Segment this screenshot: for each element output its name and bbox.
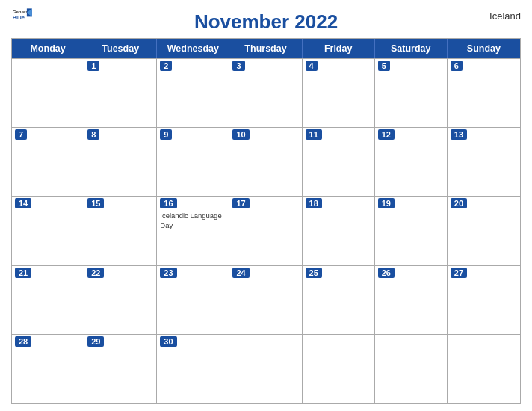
day-number: 7: [15, 129, 27, 140]
col-thursday: Thursday: [229, 39, 302, 58]
day-number: 15: [87, 198, 104, 208]
calendar-body: 12345678910111213141516Icelandic Languag…: [12, 58, 520, 403]
calendar-cell: 8: [84, 128, 157, 196]
day-number: 12: [378, 129, 395, 140]
calendar-header: General Blue November 2022 Iceland: [11, 7, 521, 34]
calendar-cell: 18: [303, 197, 375, 265]
day-number: 23: [160, 268, 176, 278]
day-number: 2: [160, 61, 172, 71]
day-number: 22: [87, 268, 104, 278]
calendar-cell: 9: [157, 128, 229, 196]
event-label: Icelandic Language Day: [160, 211, 226, 230]
day-number: 14: [15, 198, 31, 208]
day-number: 11: [306, 129, 322, 140]
calendar-cell: [448, 335, 520, 403]
calendar-cell: 2: [157, 59, 229, 127]
calendar-week-2: 78910111213: [12, 127, 520, 196]
day-number: 8: [87, 129, 99, 140]
calendar-cell: 14: [12, 197, 84, 265]
calendar-cell: 7: [12, 128, 84, 196]
day-number: 28: [15, 336, 31, 347]
calendar-cell: 28: [12, 335, 84, 403]
day-number: 27: [451, 268, 467, 278]
day-number: 21: [15, 268, 31, 278]
calendar-week-1: 123456: [12, 58, 520, 127]
col-tuesday: Tuesday: [84, 39, 157, 58]
calendar-cell: 12: [375, 128, 448, 196]
calendar-cell: 26: [375, 266, 448, 334]
calendar-cell: 15: [84, 197, 157, 265]
col-friday: Friday: [303, 39, 375, 58]
day-number: 24: [232, 268, 249, 278]
calendar-cell: 6: [448, 59, 520, 127]
col-wednesday: Wednesday: [157, 39, 229, 58]
day-number: 20: [451, 198, 467, 208]
day-number: 25: [306, 268, 322, 278]
calendar-cell: 17: [229, 197, 302, 265]
day-number: 6: [451, 61, 463, 71]
calendar-cell: 30: [157, 335, 229, 403]
calendar-cell: 3: [229, 59, 302, 127]
day-number: 18: [306, 198, 322, 208]
calendar-cell: 25: [303, 266, 375, 334]
day-number: 17: [232, 198, 249, 208]
day-number: 26: [378, 268, 395, 278]
calendar-cell: 21: [12, 266, 84, 334]
calendar-cell: 13: [448, 128, 520, 196]
calendar-cell: 20: [448, 197, 520, 265]
calendar-cell: [303, 335, 375, 403]
svg-text:Blue: Blue: [13, 14, 25, 21]
page: General Blue November 2022 Iceland Monda…: [0, 0, 532, 411]
calendar-cell: 24: [229, 266, 302, 334]
day-number: 16: [160, 198, 176, 208]
day-number: 30: [160, 336, 176, 347]
day-number: 10: [232, 129, 249, 140]
day-number: 19: [378, 198, 395, 208]
calendar-cell: 10: [229, 128, 302, 196]
col-sunday: Sunday: [448, 39, 520, 58]
calendar-week-3: 141516Icelandic Language Day17181920: [12, 196, 520, 265]
calendar-cell: 11: [303, 128, 375, 196]
calendar-week-5: 282930: [12, 334, 520, 403]
calendar-cell: 19: [375, 197, 448, 265]
calendar: Monday Tuesday Wednesday Thursday Friday…: [11, 38, 521, 404]
col-saturday: Saturday: [375, 39, 448, 58]
calendar-week-4: 21222324252627: [12, 265, 520, 334]
day-number: 9: [160, 129, 172, 140]
day-number: 4: [306, 61, 318, 71]
calendar-cell: 16Icelandic Language Day: [157, 197, 229, 265]
logo: General Blue: [11, 7, 32, 24]
calendar-header-row: Monday Tuesday Wednesday Thursday Friday…: [12, 39, 520, 58]
logo-icon: General Blue: [11, 7, 32, 24]
day-number: 5: [378, 61, 390, 71]
calendar-cell: 1: [84, 59, 157, 127]
day-number: 3: [232, 61, 244, 71]
day-number: 29: [87, 336, 104, 347]
calendar-cell: 22: [84, 266, 157, 334]
page-title: November 2022: [194, 10, 338, 34]
calendar-cell: 29: [84, 335, 157, 403]
country-label: Iceland: [489, 10, 521, 22]
calendar-cell: [12, 59, 84, 127]
calendar-cell: 23: [157, 266, 229, 334]
day-number: 1: [87, 61, 99, 71]
calendar-cell: 5: [375, 59, 448, 127]
calendar-cell: [375, 335, 448, 403]
calendar-cell: 27: [448, 266, 520, 334]
col-monday: Monday: [12, 39, 84, 58]
calendar-cell: 4: [303, 59, 375, 127]
day-number: 13: [451, 129, 467, 140]
calendar-cell: [229, 335, 302, 403]
